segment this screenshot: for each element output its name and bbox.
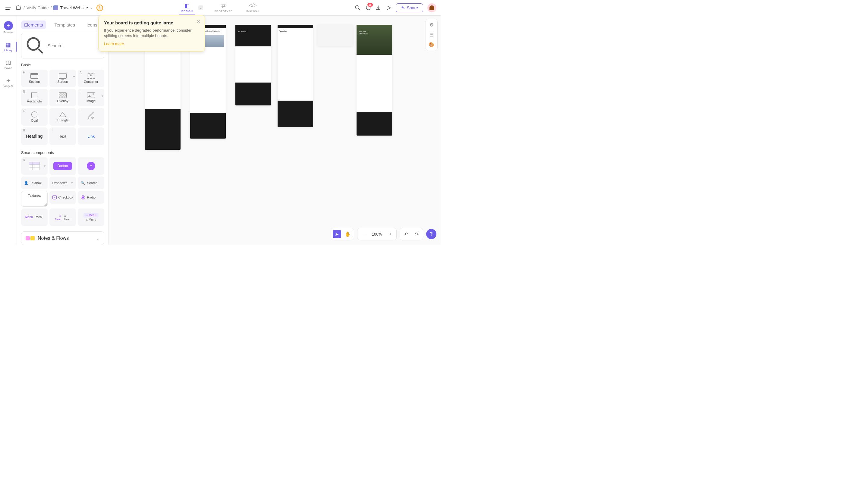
tab-elements[interactable]: Elements xyxy=(21,21,46,29)
zoom-out[interactable]: − xyxy=(359,230,368,238)
inspect-icon: </> xyxy=(249,2,257,9)
search-icon[interactable] xyxy=(355,5,361,11)
zoom-controls: − 100% + xyxy=(357,228,397,240)
element-triangle[interactable]: Triangle xyxy=(50,108,76,126)
tooltip-body: If you experience degraded performance, … xyxy=(104,28,199,38)
board-icon xyxy=(53,5,58,10)
element-radio[interactable]: Radio xyxy=(78,191,104,204)
element-oval[interactable]: OOval xyxy=(21,108,48,126)
redo-button[interactable]: ↷ xyxy=(412,230,421,238)
element-menu-tabs[interactable]: MenuMenu xyxy=(21,208,48,226)
play-icon[interactable] xyxy=(385,5,392,11)
element-button[interactable]: Button xyxy=(50,157,76,175)
element-table[interactable]: B▾ xyxy=(21,157,48,175)
menu-icon[interactable] xyxy=(4,4,13,11)
rectangle-icon xyxy=(31,92,37,98)
artboard-3[interactable]: Into the Wild xyxy=(236,25,271,105)
triangle-icon xyxy=(59,112,66,117)
ai-icon: ✦ xyxy=(6,77,10,84)
element-rectangle[interactable]: RRectangle xyxy=(21,89,48,106)
element-menu-icons[interactable]: ⌂⌂MenuMenu xyxy=(50,208,76,226)
tab-design[interactable]: ◧ DESIGN xyxy=(179,1,195,14)
tab-templates[interactable]: Templates xyxy=(52,21,78,29)
chevron-down-icon[interactable]: ▾ xyxy=(44,164,46,168)
element-line[interactable]: LLine xyxy=(78,108,104,126)
prototype-icon: ⇄ xyxy=(221,2,226,9)
zoom-value[interactable]: 100% xyxy=(370,232,384,236)
pointer-tool[interactable]: ➤ xyxy=(333,230,341,238)
element-textbox[interactable]: 👤 Textbox xyxy=(21,176,48,189)
element-heading[interactable]: HHeading xyxy=(21,127,48,145)
tab-prototype[interactable]: ⇄ PROTOTYPE xyxy=(212,1,235,14)
tab-icons[interactable]: Icons xyxy=(84,21,100,29)
artboard-6[interactable]: Meet yourhiking partner xyxy=(356,25,392,135)
home-icon[interactable] xyxy=(16,4,21,11)
download-icon[interactable] xyxy=(375,5,381,11)
artboard-5[interactable] xyxy=(317,25,353,46)
tab-inspect[interactable]: </> INSPECT xyxy=(244,1,261,13)
library-panel: Elements Templates Icons Basic FSection … xyxy=(17,16,109,245)
element-menu-list[interactable]: ⌂ Menu⌂ Menu xyxy=(78,208,104,226)
rail-saved[interactable]: 🕮 Saved xyxy=(0,59,17,71)
chevron-down-icon: ⌄ xyxy=(96,235,100,241)
basic-label: Basic xyxy=(21,63,104,67)
panel-tabs: Elements Templates Icons xyxy=(21,21,104,29)
search-field[interactable] xyxy=(48,43,100,48)
chevron-down-icon[interactable]: ⌄ xyxy=(90,6,93,10)
element-checkbox[interactable]: ✓Checkbox xyxy=(50,191,76,204)
design-dropdown[interactable]: ⌄ xyxy=(198,5,203,10)
rail-screens[interactable]: + Screens xyxy=(0,20,17,35)
overlay-icon xyxy=(59,93,67,98)
element-overlay[interactable]: Overlay xyxy=(50,89,76,106)
rail-library[interactable]: ▦ Library xyxy=(0,40,17,53)
element-dropdown[interactable]: Dropdown▾ xyxy=(50,176,76,189)
share-button[interactable]: Share xyxy=(396,3,423,12)
breadcrumb: / Visily Guide / Travel Website ⌄ xyxy=(24,5,93,10)
chevron-down-icon[interactable]: ▾ xyxy=(73,75,75,78)
search-icon xyxy=(25,36,45,56)
section-icon xyxy=(30,73,38,78)
breadcrumb-guide[interactable]: Visily Guide xyxy=(27,5,49,10)
zoom-in[interactable]: + xyxy=(386,230,395,238)
oval-icon xyxy=(31,111,37,118)
image-icon xyxy=(87,93,95,98)
avatar[interactable] xyxy=(427,3,436,12)
notif-count: 18 xyxy=(367,3,373,7)
mode-switcher: ◧ DESIGN ⌄ ⇄ PROTOTYPE </> INSPECT xyxy=(179,1,261,14)
tooltip-learn-more[interactable]: Learn more xyxy=(104,41,124,46)
breadcrumb-board[interactable]: Travel Website xyxy=(60,5,88,10)
chevron-down-icon: ▾ xyxy=(71,181,73,185)
undo-button[interactable]: ↶ xyxy=(402,230,410,238)
checkbox-icon: ✓ xyxy=(53,195,57,199)
top-right-actions: 18 Share xyxy=(355,3,436,12)
hand-tool[interactable]: ✋ xyxy=(344,230,352,238)
settings-icon[interactable]: ⚙ xyxy=(430,22,434,28)
element-section[interactable]: FSection xyxy=(21,70,48,87)
element-screen[interactable]: Screen▾ xyxy=(50,70,76,87)
notes-icon xyxy=(26,236,35,240)
radio-icon xyxy=(81,195,85,199)
element-text[interactable]: TText xyxy=(50,127,76,145)
close-icon[interactable]: ✕ xyxy=(196,19,200,25)
artboard-4[interactable]: Wanderlust xyxy=(278,25,313,127)
rail-ai[interactable]: ✦ Visily AI xyxy=(0,76,17,89)
help-button[interactable]: ? xyxy=(426,229,436,239)
add-screen-icon[interactable]: + xyxy=(4,21,13,30)
palette-icon[interactable]: 🎨 xyxy=(429,42,435,47)
warning-badge[interactable]: ! xyxy=(96,4,103,11)
comments-icon[interactable]: 18 xyxy=(365,5,371,11)
table-icon xyxy=(29,162,40,170)
layers-icon[interactable]: ☰ xyxy=(430,32,434,38)
element-container[interactable]: AContainer xyxy=(78,70,104,87)
element-tooltip[interactable]: ? xyxy=(78,157,104,175)
element-search[interactable]: 🔍 Search xyxy=(78,176,104,189)
left-rail: + Screens ▦ Library 🕮 Saved ✦ Visily AI xyxy=(0,16,17,245)
top-bar: / Visily Guide / Travel Website ⌄ ! ◧ DE… xyxy=(0,0,441,16)
search-input[interactable] xyxy=(21,33,104,59)
breadcrumb-sep: / xyxy=(24,5,25,10)
element-textarea[interactable]: Textarea xyxy=(21,191,48,207)
element-image[interactable]: IImage▾ xyxy=(78,89,104,106)
element-link[interactable]: Link xyxy=(78,127,104,145)
chevron-down-icon[interactable]: ▾ xyxy=(101,94,103,98)
notes-flows-button[interactable]: Notes & Flows ⌄ xyxy=(21,231,104,245)
